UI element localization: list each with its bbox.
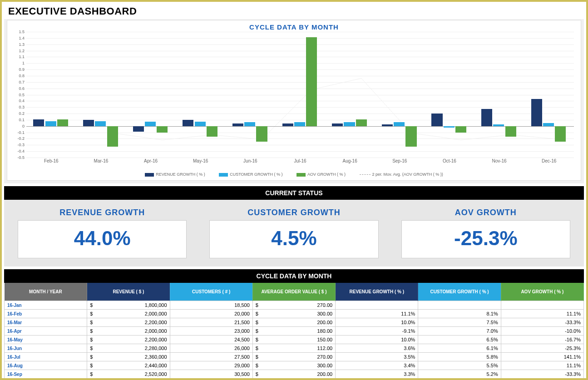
bar (256, 126, 267, 142)
bar (57, 119, 68, 126)
table-cell: 8.1% (418, 310, 501, 318)
table-cell: 11.1% (336, 310, 418, 318)
bar (356, 119, 367, 126)
bar (431, 114, 442, 126)
table-cell: 141.1% (501, 353, 583, 361)
bar (157, 126, 168, 133)
table-cell: 23,000 (170, 327, 252, 336)
bar-group (375, 32, 425, 158)
table-header: AVERAGE ORDER VALUE ( $ ) (252, 283, 335, 301)
kpi-row: REVENUE GROWTH 44.0% CUSTOMER GROWTH 4.5… (4, 200, 584, 266)
table-cell: 112.00 (252, 344, 335, 353)
bar (332, 123, 343, 126)
chart-area: -0.5-0.4-0.3-0.2-0.100.10.20.30.40.50.60… (12, 32, 576, 170)
table-cell: 150.00 (252, 336, 335, 344)
table-row: 16-Sep2,520,00030,500200.003.3%5.2%-33.3… (5, 370, 584, 379)
table-cell (501, 301, 583, 310)
y-axis: -0.5-0.4-0.3-0.2-0.100.10.20.30.40.50.60… (12, 32, 25, 158)
bar (183, 120, 193, 126)
table-cell: 2,520,000 (87, 370, 170, 379)
table-cell: 2,280,000 (87, 344, 170, 353)
bar-group (176, 32, 226, 158)
table-cell: 2,200,000 (87, 318, 170, 327)
table-cell: 16-Jan (5, 301, 87, 310)
bar-group (325, 32, 375, 158)
bar (444, 126, 455, 128)
bar (382, 124, 393, 126)
x-axis: Feb-16Mar-16Apr-16May-16Jun-16Jul-16Aug-… (26, 158, 574, 167)
kpi-label: CUSTOMER GROWTH (209, 208, 378, 217)
bar (306, 37, 317, 126)
bar-group (275, 32, 325, 158)
table-row: 16-Feb2,000,00020,000300.0011.1%8.1%11.1… (5, 310, 584, 318)
bar (207, 126, 217, 137)
table-cell: 27,500 (170, 353, 252, 361)
table-cell: 16-Apr (5, 327, 87, 336)
table-cell: -9.1% (336, 327, 418, 336)
table-cell: 20,000 (170, 310, 252, 318)
kpi-value: 44.0% (22, 227, 183, 250)
table-cell: 10.0% (336, 318, 418, 327)
table-header-row: MONTH / YEARREVENUE ( $ )CUSTOMERS ( # )… (5, 283, 584, 301)
bar (282, 123, 293, 126)
bar (107, 126, 118, 147)
table-cell: 21,500 (170, 318, 252, 327)
table-cell: -16.7% (501, 336, 583, 344)
table-header: CUSTOMER GROWTH ( % ) (418, 283, 501, 301)
table-row: 16-Mar2,200,00021,500200.0010.0%7.5%-33.… (5, 318, 584, 327)
bar-group (226, 32, 276, 158)
section-table: CYCLE DATA BY MONTH (4, 269, 584, 283)
legend-revenue: REVENUE GROWTH ( % ) (145, 172, 205, 177)
bar-group (474, 32, 524, 158)
legend-aov: AOV GROWTH ( % ) (296, 172, 346, 177)
kpi-aov-growth: AOV GROWTH -25.3% (401, 208, 570, 258)
chart-plot (26, 32, 574, 158)
bar (33, 119, 44, 126)
bar (45, 121, 56, 126)
bar (232, 123, 243, 126)
table-cell (418, 301, 501, 310)
bar (505, 126, 516, 137)
table-cell: 16-Sep (5, 370, 87, 379)
table-cell: 6.1% (418, 344, 501, 353)
kpi-value: 4.5% (213, 227, 374, 250)
table-cell: 3.6% (336, 344, 418, 353)
bar-group (524, 32, 574, 158)
table-cell: 16-Mar (5, 318, 87, 327)
bar (133, 126, 144, 132)
table-cell: 3.4% (336, 361, 418, 370)
page-title: EXECUTIVE DASHBOARD (2, 2, 586, 19)
table-cell: 16-Aug (5, 361, 87, 370)
table-cell: 16-Jun (5, 344, 87, 353)
table-cell (336, 301, 418, 310)
table-cell: 7.0% (418, 327, 501, 336)
table-cell: 200.00 (252, 370, 335, 379)
table-cell: 180.00 (252, 327, 335, 336)
chart-title: CYCLE DATA BY MONTH (7, 20, 581, 32)
table-header: REVENUE GROWTH ( % ) (336, 283, 418, 301)
table-cell: -10.0% (501, 327, 583, 336)
table-row: 16-Jul2,360,00027,500270.003.5%5.8%141.1… (5, 353, 584, 361)
kpi-label: AOV GROWTH (401, 208, 570, 217)
table-cell: 11.1% (501, 310, 583, 318)
table-cell: 270.00 (252, 353, 335, 361)
table-cell: 2,200,000 (87, 336, 170, 344)
table-cell: -33.3% (501, 318, 583, 327)
table-cell: 30,500 (170, 370, 252, 379)
table-cell: 300.00 (252, 310, 335, 318)
bar (555, 126, 566, 142)
table-header: MONTH / YEAR (5, 283, 87, 301)
bar (493, 124, 504, 126)
bar (244, 122, 255, 126)
data-table: MONTH / YEARREVENUE ( $ )CUSTOMERS ( # )… (4, 283, 584, 379)
chart-section: CYCLE DATA BY MONTH -0.5-0.4-0.3-0.2-0.1… (4, 19, 584, 183)
table-header: REVENUE ( $ ) (87, 283, 170, 301)
table-cell: 18,500 (170, 301, 252, 310)
bar (455, 126, 466, 133)
bar (95, 121, 106, 126)
bar (531, 99, 542, 126)
table-header: AOV GROWTH ( % ) (501, 283, 583, 301)
table-cell: 5.5% (418, 361, 501, 370)
table-cell: 10.0% (336, 336, 418, 344)
table-cell: 3.5% (336, 353, 418, 361)
